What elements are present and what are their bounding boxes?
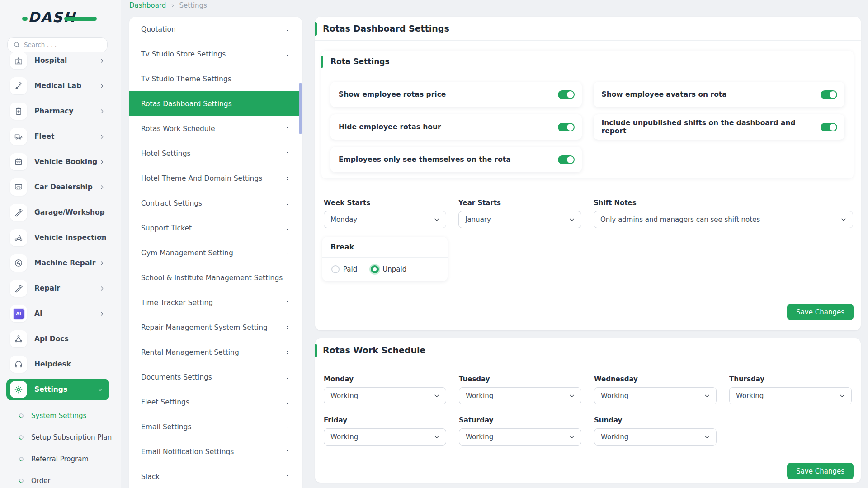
- radio-paid[interactable]: [331, 265, 340, 273]
- menu-item-email-settings[interactable]: Email Settings: [129, 414, 302, 439]
- sidebar-item-label: AI: [34, 310, 42, 318]
- day-label: Tuesday: [459, 375, 581, 383]
- sidebar-item-car-dealership[interactable]: Car Dealership: [0, 174, 121, 200]
- chevron-right-icon: [285, 424, 290, 430]
- toggle-row-show-employee-avatars-on-rota: Show employee avatars on rota: [594, 82, 845, 107]
- menu-item-support-ticket[interactable]: Support Ticket: [129, 216, 302, 240]
- break-options: Paid Unpaid: [322, 258, 448, 281]
- breadcrumb-dashboard-link[interactable]: Dashboard: [129, 1, 166, 9]
- shift-notes-select[interactable]: Only admins and managers can see shift n…: [594, 211, 853, 228]
- sidebar-item-ai[interactable]: AI AI: [0, 301, 121, 326]
- sidebar-subitem-setup-subscription-plan[interactable]: Setup Subscription Plan: [0, 427, 121, 448]
- save-changes-button[interactable]: Save Changes: [787, 304, 854, 320]
- menu-item-rotas-dashboard-settings[interactable]: Rotas Dashboard Settings: [129, 91, 302, 116]
- sidebar-item-vehicle-inspection[interactable]: Vehicle Inspection: [0, 225, 121, 250]
- toggle-show-employee-avatars-on-rota[interactable]: [821, 90, 837, 99]
- chevron-right-icon: [285, 27, 290, 32]
- car-monitor-icon: [10, 178, 27, 196]
- monday-field: Monday Working: [324, 375, 446, 404]
- chevron-right-icon: [285, 275, 290, 281]
- break-title: Break: [322, 237, 448, 258]
- toggle-show-employee-rotas-price[interactable]: [558, 90, 575, 99]
- card-header: Rotas Dashboard Settings: [315, 17, 861, 41]
- sidebar-item-label: Pharmacy: [34, 107, 73, 115]
- week-starts-select[interactable]: Monday: [324, 211, 446, 228]
- toggle-employees-only-see-themselves[interactable]: [558, 155, 575, 164]
- sidebar-item-api-docs[interactable]: Api Docs: [0, 326, 121, 352]
- chevron-right-icon: [99, 134, 105, 140]
- friday-select[interactable]: Working: [324, 428, 446, 446]
- radio-unpaid-label: Unpaid: [382, 265, 406, 273]
- chevron-right-icon: [285, 52, 290, 57]
- chevron-right-icon: [285, 399, 290, 405]
- toggle-include-unpublished-shifts[interactable]: [821, 123, 837, 131]
- sidebar-subitem-system-settings[interactable]: System Settings: [0, 405, 121, 427]
- settings-menu: Quotation Tv Studio Store Settings Tv St…: [129, 17, 302, 488]
- bullet-icon: [18, 478, 24, 484]
- compass-icon: [10, 254, 27, 272]
- year-starts-select[interactable]: January: [458, 211, 581, 228]
- search-input[interactable]: [24, 41, 96, 48]
- field-label: Shift Notes: [594, 199, 853, 207]
- menu-item-repair-management-system-setting[interactable]: Repair Management System Setting: [129, 315, 302, 340]
- gear-icon: [10, 381, 27, 398]
- sidebar-subitem-referral-program[interactable]: Referral Program: [0, 448, 121, 470]
- calendar-icon: [10, 153, 27, 170]
- menu-item-fleet-settings[interactable]: Fleet Settings: [129, 389, 302, 414]
- monday-select[interactable]: Working: [324, 387, 446, 404]
- section-title: Rota Settings: [330, 57, 390, 66]
- menu-item-contract-settings[interactable]: Contract Settings: [129, 191, 302, 216]
- chevron-right-icon: [285, 325, 290, 330]
- wednesday-select[interactable]: Working: [594, 387, 717, 404]
- chevron-down-icon: [840, 216, 847, 223]
- save-changes-button[interactable]: Save Changes: [787, 463, 854, 479]
- menu-item-school-institute-management-settings[interactable]: School & Institute Management Settings: [129, 265, 302, 290]
- card-footer: Save Changes: [315, 296, 861, 330]
- accent-bar: [321, 56, 323, 68]
- menu-item-hotel-settings[interactable]: Hotel Settings: [129, 141, 302, 166]
- saturday-select[interactable]: Working: [459, 428, 581, 446]
- menu-item-documents-settings[interactable]: Documents Settings: [129, 365, 302, 389]
- work-schedule-grid: Monday Working Tuesday Working Wednesday…: [324, 375, 852, 446]
- menu-item-time-tracker-setting[interactable]: Time Tracker Setting: [129, 290, 302, 315]
- chevron-right-icon: [285, 449, 290, 455]
- menu-scrollbar-thumb[interactable]: [299, 83, 302, 134]
- menu-item-gym-management-setting[interactable]: Gym Management Setting: [129, 240, 302, 265]
- sidebar-item-label: Machine Repair: [34, 259, 95, 267]
- toggle-row-show-employee-rotas-price: Show employee rotas price: [330, 82, 582, 107]
- sidebar-item-machine-repair[interactable]: Machine Repair: [0, 250, 121, 276]
- menu-item-slack[interactable]: Slack: [129, 464, 302, 488]
- sidebar-item-helpdesk[interactable]: Helpdesk: [0, 352, 121, 377]
- page-title: Rotas Dashboard Settings: [323, 23, 449, 33]
- toggle-hide-employee-rotas-hour[interactable]: [558, 123, 575, 131]
- sidebar-subitem-order[interactable]: Order: [0, 470, 121, 488]
- rotas-work-schedule-card: Rotas Work Schedule Monday Working Tuesd…: [315, 338, 861, 483]
- sidebar-item-settings[interactable]: Settings: [6, 379, 109, 400]
- thursday-select[interactable]: Working: [729, 387, 852, 404]
- chevron-right-icon: [285, 76, 290, 82]
- tuesday-select[interactable]: Working: [459, 387, 581, 404]
- chevron-down-icon: [569, 393, 575, 399]
- menu-item-hotel-theme-and-domain-settings[interactable]: Hotel Theme And Domain Settings: [129, 166, 302, 191]
- sidebar-item-hospital[interactable]: Hospital: [0, 48, 121, 73]
- sunday-select[interactable]: Working: [594, 428, 717, 446]
- menu-item-rotas-work-schedule[interactable]: Rotas Work Schedule: [129, 116, 302, 141]
- sidebar-item-vehicle-booking[interactable]: Vehicle Booking: [0, 149, 121, 174]
- radio-unpaid[interactable]: [371, 265, 379, 273]
- wrench-icon: [10, 204, 27, 221]
- sidebar-item-repair[interactable]: Repair: [0, 276, 121, 301]
- menu-item-email-notification-settings[interactable]: Email Notification Settings: [129, 439, 302, 464]
- accent-bar: [315, 344, 317, 357]
- sidebar-item-garage-workshop[interactable]: Garage/Workshop: [0, 200, 121, 225]
- sidebar-item-medical-lab[interactable]: Medical Lab: [0, 73, 121, 99]
- sidebar-item-label: Hospital: [34, 56, 67, 65]
- menu-item-tv-studio-theme-settings[interactable]: Tv Studio Theme Settings: [129, 66, 302, 91]
- sidebar-item-pharmacy[interactable]: Pharmacy: [0, 99, 121, 124]
- menu-item-rental-management-setting[interactable]: Rental Management Setting: [129, 340, 302, 365]
- sidebar-item-fleet[interactable]: Fleet: [0, 124, 121, 149]
- menu-item-quotation[interactable]: Quotation: [129, 17, 302, 42]
- bullet-icon: [18, 456, 24, 462]
- menu-item-tv-studio-store-settings[interactable]: Tv Studio Store Settings: [129, 42, 302, 66]
- rotas-dashboard-settings-card: Rotas Dashboard Settings Rota Settings S…: [315, 17, 861, 330]
- toggle-row-include-unpublished-shifts: Include unpublished shifts on the dashbo…: [594, 114, 845, 140]
